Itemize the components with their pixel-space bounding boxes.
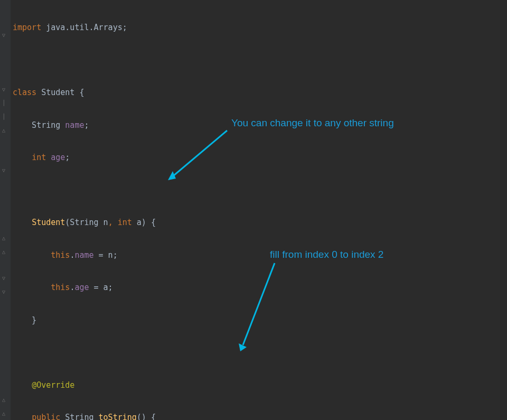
code-line[interactable] — [13, 184, 377, 198]
fold-close-icon[interactable]: △ — [2, 249, 5, 255]
code-line[interactable]: this.age = a; — [13, 281, 377, 295]
fold-close-icon[interactable]: △ — [2, 411, 5, 416]
fold-open-icon[interactable]: ▽ — [2, 290, 5, 295]
code-lines[interactable]: import java.util.Arrays; class Student {… — [13, 2, 377, 420]
fold-close-icon[interactable]: △ — [2, 397, 5, 403]
fold-close-icon[interactable]: △ — [2, 128, 5, 133]
annotation-label: fill from index 0 to index 2 — [270, 249, 383, 260]
code-line[interactable]: import java.util.Arrays; — [13, 21, 377, 35]
code-line[interactable]: int age; — [13, 151, 377, 165]
fold-close-icon[interactable]: △ — [2, 236, 5, 241]
code-line[interactable]: Student(String n, int a) { — [13, 216, 377, 230]
code-editor[interactable]: ▽ ▽ │ │ △ ▽ △ △ ▽ ▽ △ △ import java.util… — [0, 0, 507, 420]
fold-open-icon[interactable]: ▽ — [2, 276, 5, 281]
fold-open-icon[interactable]: ▽ — [2, 168, 5, 173]
code-line[interactable] — [13, 346, 377, 360]
code-line[interactable] — [13, 54, 377, 68]
code-line[interactable]: @Override — [13, 379, 377, 393]
code-line[interactable]: public String toString() { — [13, 411, 377, 420]
gutter: ▽ ▽ │ │ △ ▽ △ △ ▽ ▽ △ △ — [0, 0, 11, 420]
fold-bar-icon: │ — [2, 114, 5, 119]
annotation-label: You can change it to any other string — [231, 117, 394, 129]
fold-open-icon[interactable]: ▽ — [2, 87, 5, 92]
fold-bar-icon: │ — [2, 100, 5, 106]
code-line[interactable]: } — [13, 314, 377, 328]
fold-open-icon[interactable]: ▽ — [2, 33, 5, 38]
code-line[interactable]: class Student { — [13, 86, 377, 100]
